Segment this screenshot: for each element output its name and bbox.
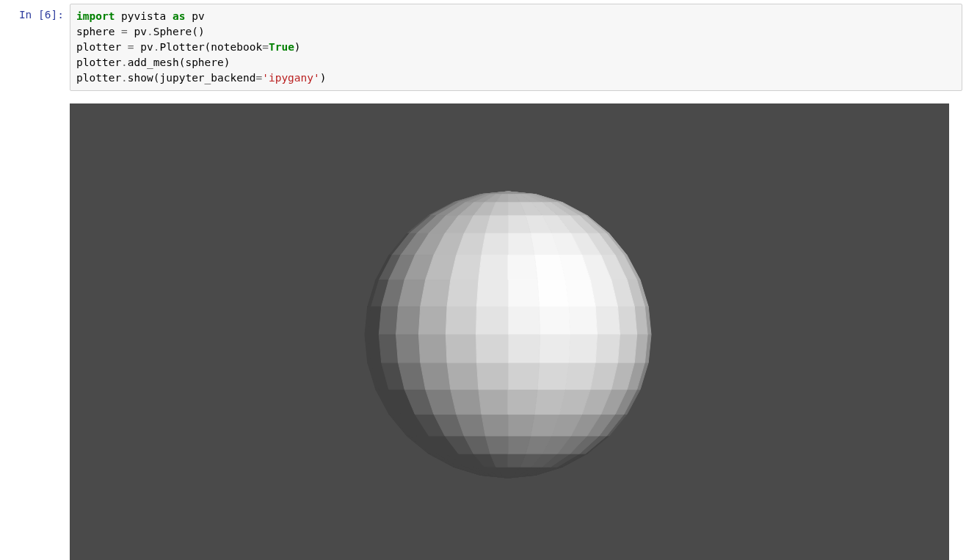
prompt-suffix: ]: [51, 9, 64, 21]
output-cell [0, 95, 966, 560]
3d-viewer[interactable] [70, 103, 949, 560]
output-prompt-spacer [0, 103, 70, 560]
sphere-render[interactable] [70, 103, 949, 560]
prompt-exec-count: 6 [45, 9, 51, 21]
input-prompt: In [6]: [0, 4, 70, 91]
prompt-prefix: In [ [19, 9, 45, 21]
input-cell: In [6]: import pyvista as pv sphere = pv… [0, 0, 966, 95]
code-editor[interactable]: import pyvista as pv sphere = pv.Sphere(… [70, 4, 962, 91]
output-area [70, 103, 962, 560]
